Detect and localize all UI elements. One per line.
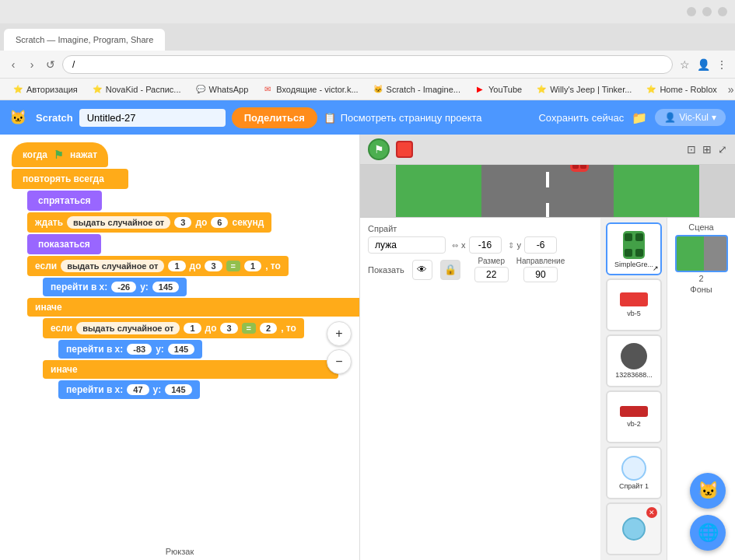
sprite-thumb-name-4: Спрайт 1 <box>619 482 649 490</box>
bookmark-gmail[interactable]: ✉ Входящие - victor.k... <box>256 82 364 96</box>
maximize-button[interactable] <box>702 7 712 16</box>
y-coord-group: ⇕ y <box>508 236 558 254</box>
if-from-1: 1 <box>168 261 185 271</box>
direction-group: Направление <box>516 257 565 282</box>
bookmark-roblox[interactable]: ⭐ Home - Roblox <box>639 82 723 96</box>
if-val-2: 2 <box>260 323 277 334</box>
cat-button[interactable]: 🐱 <box>690 473 726 509</box>
svg-rect-4 <box>580 165 586 169</box>
goto-text-1: перейти в x: <box>51 282 107 292</box>
sprite-thumb-vb2[interactable]: vb-2 <box>606 390 662 443</box>
sprite-thumb-13283688[interactable]: 13283688... <box>606 334 662 387</box>
sprite-img-13283688 <box>621 343 647 369</box>
header-right: Сохранить сейчас 📁 👤 Vic-Kul ▾ <box>538 109 726 126</box>
sprite-thumb-name-1: vb-5 <box>627 310 641 317</box>
small-stage-button[interactable]: ⊡ <box>687 143 696 156</box>
bookmark-novakid[interactable]: ⭐ NovaKid - Распис... <box>86 82 187 96</box>
show-eye-button[interactable]: 👁 <box>412 260 432 280</box>
user-account-icon[interactable]: 👤 <box>696 58 710 72</box>
road <box>481 165 614 217</box>
if-val-1: 1 <box>244 261 261 271</box>
x-input[interactable] <box>469 236 502 254</box>
svg-rect-26 <box>625 233 632 241</box>
if-then-1: , то <box>265 261 281 271</box>
globe-button[interactable]: 🌐 <box>690 515 726 551</box>
fullscreen-button[interactable]: ⤢ <box>718 143 727 156</box>
save-button[interactable]: Сохранить сейчас <box>538 112 624 124</box>
view-page-icon: 📋 <box>324 112 336 124</box>
bookmark-label-scratch: Scratch - Imagine... <box>387 85 460 94</box>
if-from-2: 1 <box>184 323 201 334</box>
wait-from-val: 3 <box>174 217 191 228</box>
size-group: Размер <box>474 257 509 282</box>
show-block: показаться <box>27 234 355 254</box>
sprite-thumb-vb5[interactable]: vb-5 <box>606 278 662 331</box>
share-button[interactable]: Поделиться <box>232 107 317 128</box>
close-button[interactable] <box>718 7 727 16</box>
sprite-thumb-name-0: SimpleGre... <box>614 261 653 268</box>
size-label-text: Размер <box>478 257 505 265</box>
scene-thumbnail[interactable] <box>675 235 728 272</box>
y-label: y <box>517 240 522 250</box>
hide-text: спрятаться <box>38 195 91 206</box>
else-text-2: иначе <box>51 364 78 375</box>
goto-block-2: перейти в x: -83 y: 145 <box>58 340 355 359</box>
bookmark-scratch[interactable]: 🐱 Scratch - Imagine... <box>366 82 467 96</box>
hide-eye-button[interactable]: 🔒 <box>440 260 460 280</box>
sprite-name-input[interactable] <box>368 236 446 254</box>
view-page-button[interactable]: 📋 Посмотреть страницу проекта <box>324 112 482 124</box>
bookmark-whatsapp[interactable]: 💬 WhatsApp <box>189 82 255 96</box>
address-input[interactable] <box>62 55 673 74</box>
if-to-2: 3 <box>220 323 237 334</box>
user-button[interactable]: 👤 Vic-Kul ▾ <box>655 109 726 126</box>
goto-text-3: перейти в x: <box>66 384 123 395</box>
if-to-1: 3 <box>205 261 222 271</box>
browser-tab[interactable]: Scratch — Imagine, Program, Share <box>4 29 165 51</box>
zoom-in-button[interactable]: + <box>327 321 352 346</box>
sprite-delete-icon[interactable]: ✕ <box>646 507 657 518</box>
large-stage-button[interactable]: ⊞ <box>702 143 712 156</box>
wait-block: ждать выдать случайное от 3 до 6 секунд <box>27 212 355 233</box>
sprite-info-panel: Спрайт ⇔ x ⇕ y Показать <box>360 217 735 560</box>
sprite-thumb-sprite1[interactable]: Спрайт 1 <box>606 446 662 499</box>
bookmark-avtor[interactable]: ⭐ Авторизация <box>6 82 84 96</box>
sprite-thumb-new[interactable]: ✕ <box>606 502 662 555</box>
when-flag-text: когда <box>23 149 47 160</box>
right-panel: ⚑ ⊡ ⊞ ⤢ ОЧКИ 0 <box>360 135 735 560</box>
direction-input[interactable] <box>523 267 558 282</box>
goto-x-1: -26 <box>111 282 136 292</box>
minimize-button[interactable] <box>687 7 696 16</box>
star-icon[interactable]: ☆ <box>677 58 691 72</box>
y-input[interactable] <box>524 236 557 254</box>
forward-icon[interactable]: › <box>25 58 39 72</box>
refresh-icon[interactable]: ↺ <box>44 58 58 72</box>
back-icon[interactable]: ‹ <box>6 58 20 72</box>
road-center-line <box>546 165 549 217</box>
if-random-label-2: выдать случайное от <box>76 322 180 334</box>
sprite-thumb-simplegreen[interactable]: SimpleGre... ↗ <box>606 222 662 275</box>
size-input[interactable] <box>474 267 509 282</box>
bookmark-label-gmail: Входящие - victor.k... <box>276 85 358 94</box>
folder-icon[interactable]: 📁 <box>632 110 647 125</box>
pressed-text: нажат <box>70 149 97 160</box>
code-area: когда ⚑ нажат повторять всегда спрятатьс… <box>0 135 360 560</box>
user-avatar: 👤 <box>664 112 676 123</box>
sprite-img-new <box>622 517 646 541</box>
sprite-properties: Спрайт ⇔ x ⇕ y Показать <box>360 218 601 560</box>
project-name-input[interactable] <box>79 109 226 127</box>
sprite-thumb-name-3: vb-2 <box>627 420 641 428</box>
bookmark-youtube[interactable]: ▶ YouTube <box>468 82 528 96</box>
green-flag-button[interactable]: ⚑ <box>368 138 390 160</box>
random-label-wait: выдать случайное от <box>67 216 170 229</box>
more-bookmarks-icon[interactable]: » <box>728 82 734 96</box>
stop-button[interactable] <box>396 141 413 158</box>
x-label: x <box>461 240 466 250</box>
green-flag-icon: ⚑ <box>54 149 64 161</box>
menu-icon[interactable]: ⋮ <box>715 58 729 72</box>
user-name: Vic-Kul <box>679 112 709 123</box>
bookmark-label-whatsapp: WhatsApp <box>209 85 249 94</box>
zoom-out-button[interactable]: − <box>327 349 352 374</box>
bookmark-willy[interactable]: ⭐ Willy's Jeep | Tinker... <box>530 82 638 96</box>
flag-icon: ⚑ <box>374 143 384 156</box>
address-bar: ‹ › ↺ ☆ 👤 ⋮ <box>0 51 735 79</box>
